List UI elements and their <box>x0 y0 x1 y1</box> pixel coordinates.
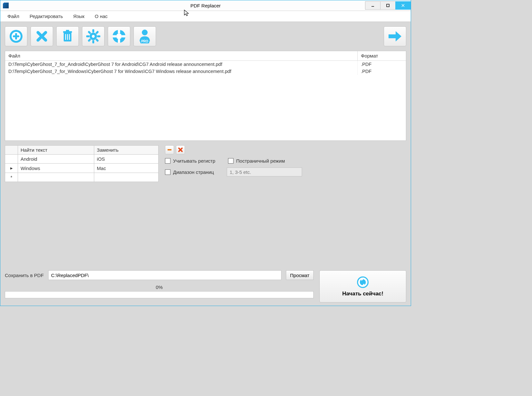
col-find[interactable]: Найти текст <box>18 146 94 155</box>
page-mode-option[interactable]: Постраничный режим <box>228 158 285 164</box>
mini-toolbar <box>165 145 406 154</box>
window-buttons <box>365 1 411 10</box>
save-path-input[interactable] <box>48 270 281 280</box>
pagemode-label: Постраничный режим <box>236 158 285 164</box>
x-icon <box>35 30 48 43</box>
menu-about[interactable]: О нас <box>90 12 113 20</box>
minus-icon <box>167 147 172 152</box>
arrow-right-icon <box>387 30 403 43</box>
checkbox-icon <box>228 158 234 164</box>
file-table-header: Файл Формат <box>5 51 406 61</box>
table-row[interactable]: ▸ Windows Mac <box>5 164 159 173</box>
add-button[interactable] <box>5 26 27 46</box>
window-title: PDF Replacer <box>0 3 411 8</box>
find-cell[interactable] <box>18 173 94 182</box>
row-marker <box>5 155 18 164</box>
lifebuoy-icon <box>112 29 126 43</box>
menubar: Файл Редактировать Язык О нас <box>0 11 411 22</box>
gear-icon <box>86 29 100 43</box>
col-marker <box>5 146 18 155</box>
footer: Сохранить в PDF Просмат 0% Начать сейчас… <box>5 270 406 302</box>
x-small-icon <box>178 147 183 152</box>
menu-file[interactable]: Файл <box>2 12 24 20</box>
settings-button[interactable] <box>82 26 105 46</box>
pro-button[interactable]: PRO <box>133 26 156 46</box>
options-row-2: Диапазон страниц <box>165 167 406 176</box>
replace-cell[interactable]: iOS <box>94 155 159 164</box>
table-row[interactable]: D:\Temp\CyberGhost_7_for_Windows\CyberGh… <box>5 68 406 75</box>
remove-button[interactable] <box>31 26 53 46</box>
replace-table[interactable]: Найти текст Заменить Android iOS ▸ Windo… <box>5 145 159 182</box>
file-table[interactable]: Файл Формат D:\Temp\CyberGhost_7_for_And… <box>5 51 406 141</box>
refresh-icon <box>356 276 369 289</box>
remove-row-button[interactable] <box>165 145 174 154</box>
mid-section: Найти текст Заменить Android iOS ▸ Windo… <box>5 145 406 182</box>
file-fmt: .PDF <box>358 61 406 68</box>
titlebar: PDF Replacer <box>0 0 411 11</box>
trash-icon <box>61 29 74 43</box>
table-row[interactable]: * <box>5 173 159 182</box>
svg-rect-16 <box>92 40 94 43</box>
help-button[interactable] <box>108 26 130 46</box>
clear-rows-button[interactable] <box>176 145 185 154</box>
file-fmt: .PDF <box>358 68 406 75</box>
file-path: D:\Temp\CyberGhost_7_for_Windows\CyberGh… <box>5 68 358 75</box>
app-window: PDF Replacer Файл Редактировать Язык О н… <box>0 0 411 306</box>
find-cell[interactable]: Android <box>18 155 94 164</box>
start-button[interactable]: Начать сейчас! <box>319 270 406 302</box>
checkbox-icon <box>165 158 170 164</box>
save-section: Сохранить в PDF Просмат 0% <box>5 270 314 302</box>
replace-cell[interactable] <box>94 173 159 182</box>
col-format[interactable]: Формат <box>358 51 406 60</box>
minimize-button[interactable] <box>365 1 381 10</box>
menu-edit[interactable]: Редактировать <box>24 12 68 20</box>
progress-percent: 0% <box>5 284 314 290</box>
app-icon <box>3 3 9 8</box>
maximize-button[interactable] <box>380 1 396 10</box>
progress-section: 0% <box>5 284 314 298</box>
file-table-body: D:\Temp\CyberGhost_7_for_Android\CyberGh… <box>5 61 406 140</box>
progress-bar <box>5 291 314 298</box>
table-row[interactable]: D:\Temp\CyberGhost_7_for_Android\CyberGh… <box>5 61 406 68</box>
table-row[interactable]: Android iOS <box>5 155 159 164</box>
options-panel: Учитывать регистр Постраничный режим Диа… <box>165 145 406 182</box>
page-range-option[interactable]: Диапазон страниц <box>165 167 214 176</box>
svg-point-24 <box>116 33 122 39</box>
row-marker: * <box>5 173 18 182</box>
svg-rect-7 <box>13 35 19 37</box>
save-line: Сохранить в PDF Просмат <box>5 270 314 280</box>
page-range-input[interactable] <box>227 167 302 176</box>
trash-button[interactable] <box>56 26 79 46</box>
svg-rect-10 <box>66 30 69 32</box>
user-pro-icon: PRO <box>138 29 152 44</box>
close-button[interactable] <box>395 1 411 10</box>
svg-rect-31 <box>168 149 171 150</box>
browse-button[interactable]: Просмат <box>286 270 314 280</box>
content-area: PRO Файл Формат D:\Temp\CyberGhost_7_for… <box>0 22 411 306</box>
replace-cell[interactable]: Mac <box>94 164 159 173</box>
file-path: D:\Temp\CyberGhost_7_for_Android\CyberGh… <box>5 61 358 68</box>
case-sensitive-option[interactable]: Учитывать регистр <box>165 158 215 164</box>
menu-lang[interactable]: Язык <box>68 12 90 20</box>
svg-point-14 <box>91 34 96 39</box>
toolbar: PRO <box>5 26 406 46</box>
row-marker: ▸ <box>5 164 18 173</box>
svg-rect-17 <box>86 35 89 37</box>
find-cell[interactable]: Windows <box>18 164 94 173</box>
col-replace[interactable]: Заменить <box>94 146 159 155</box>
checkbox-icon <box>165 169 170 175</box>
col-file[interactable]: Файл <box>5 51 358 60</box>
plus-circle-icon <box>9 29 23 43</box>
svg-rect-18 <box>97 35 100 37</box>
go-button[interactable] <box>384 26 406 46</box>
start-label: Начать сейчас! <box>342 291 383 297</box>
svg-rect-15 <box>92 29 94 32</box>
options-row-1: Учитывать регистр Постраничный режим <box>165 158 406 164</box>
pro-badge-text: PRO <box>141 40 148 43</box>
save-label: Сохранить в PDF <box>5 273 44 278</box>
svg-point-29 <box>142 30 148 35</box>
pagerange-label: Диапазон страниц <box>173 169 214 175</box>
case-label: Учитывать регистр <box>173 158 215 164</box>
svg-rect-1 <box>387 4 389 7</box>
